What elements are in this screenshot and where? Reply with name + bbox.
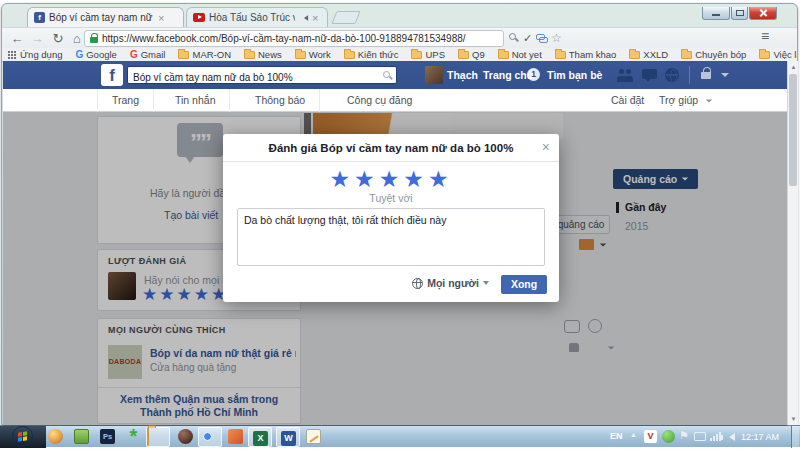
tray-green-icon[interactable] [662,430,675,443]
taskbar-notepad-icon[interactable] [306,429,321,444]
bookmark-folder[interactable]: UPS [411,49,445,60]
taskbar-browser-orange-icon[interactable] [48,429,63,444]
excel-icon: X [253,431,268,446]
network-computer-icon[interactable] [694,432,706,441]
facebook-page: f Thạch Trang chủ 1 Tìm bạn bè Tran [3,61,787,426]
privacy-selector[interactable]: Mọi người [412,277,489,289]
bookmark-folder[interactable]: News [244,49,282,60]
volume-icon[interactable] [729,433,735,441]
reload-button[interactable]: ↻ [49,29,67,48]
forward-button[interactable]: → [28,29,46,48]
bookmark-folder[interactable]: Q9 [458,49,485,60]
clock[interactable]: 12:17 AM [741,432,779,454]
bookmark-folder[interactable]: Work [295,49,331,60]
help-link[interactable]: Trợ giúp [659,89,698,112]
taskbar-word-button[interactable]: W [276,427,300,447]
search-icon [383,71,390,78]
taskbar-photo-viewer-icon[interactable] [74,429,89,444]
screenshot-root: f Bóp ví cầm tay nam nữ da × Hòa Tấu Sáo… [0,0,800,463]
apps-grid-icon [8,51,10,53]
home-link[interactable]: Trang chủ [483,69,533,81]
submit-review-button[interactable]: Xong [501,275,547,294]
bookmark-google[interactable]: GGoogle [75,49,116,60]
tab-audio-icon [299,14,307,22]
rating-caption: Tuyệt vời [223,192,559,204]
browser-tab-youtube[interactable]: Hòa Tấu Sáo Trúc và Đ × [186,7,328,27]
profile-name-link[interactable]: Thạch [447,69,478,81]
taskbar-dark-app-icon[interactable] [178,429,193,444]
scroll-up-icon[interactable]: ▲ [788,62,799,73]
hidden-icons-arrow[interactable]: ▲ [630,431,637,453]
folder-icon [295,51,306,59]
bookmark-folder[interactable]: Kiến thức [344,49,399,60]
notifications-globe-icon[interactable] [665,68,679,82]
bookmark-folder[interactable]: Việc làm seo [759,49,797,60]
star-rating-input[interactable]: ★★★★★ [223,166,559,193]
scroll-down-icon[interactable]: ▼ [788,414,799,425]
review-text-input[interactable]: Da bò chất lượng thật, tôi rất thích điề… [237,208,545,266]
profile-avatar[interactable] [425,66,443,84]
taskbar-chrome-button[interactable] [198,427,222,447]
browser-tab-facebook[interactable]: f Bóp ví cầm tay nam nữ da × [27,7,184,27]
friend-requests-icon[interactable] [617,69,634,82]
tab-cong-cu-dang[interactable]: Công cụ đăng [333,89,426,112]
search-input[interactable] [128,70,374,86]
privacy-shortcuts-icon[interactable] [701,72,711,79]
action-center-flag-icon[interactable]: ⚑ [679,429,689,451]
bookmark-folder[interactable]: MAR-ON [178,49,231,60]
tab-close-icon[interactable]: × [311,13,319,23]
taskbar-green-app-icon[interactable]: * [126,429,141,444]
bookmark-folder[interactable]: Not yet [498,49,542,60]
bookmark-folder[interactable]: Tham khao [555,49,617,60]
folder-icon [555,51,566,59]
start-button[interactable] [12,426,33,447]
account-menu-caret-icon[interactable] [721,73,729,77]
messages-icon[interactable] [642,69,657,82]
folder-icon [498,51,509,59]
youtube-favicon [193,13,205,22]
taskbar-office-orange-icon[interactable] [228,429,243,444]
window-close-button[interactable] [749,7,777,20]
back-button[interactable]: ← [8,29,26,48]
link-chain-icon[interactable] [536,33,548,43]
bookmark-folder[interactable]: Chuyên bóp [681,49,746,60]
zoom-search-icon[interactable] [509,33,516,40]
window-restore-button[interactable] [731,7,748,20]
taskbar-photoshop-icon[interactable]: Ps [100,429,115,444]
tab-close-icon[interactable]: × [157,13,165,23]
window-minimize-button[interactable] [702,7,730,20]
scrollbar-thumb[interactable] [789,74,797,186]
word-icon: W [281,431,296,446]
facebook-search-box[interactable] [127,66,397,84]
taskbar-excel-button[interactable]: X [248,427,272,447]
folder-icon [681,51,692,59]
facebook-logo[interactable]: f [101,64,123,86]
url-text: https://www.facebook.com/Bóp-ví-cầm-tay-… [102,33,466,44]
explorer-folder-icon [147,427,149,446]
tab-thong-bao[interactable]: Thông báo [241,89,320,112]
facebook-navbar: f Thạch Trang chủ 1 Tìm bạn bè [3,61,787,89]
find-friends-link[interactable]: Tìm bạn bè [547,69,602,81]
settings-link[interactable]: Cài đặt [611,89,644,112]
windows-flag-icon [18,431,27,441]
tab-tin-nhan[interactable]: Tin nhắn [161,89,230,112]
tab-trang[interactable]: Trang [97,89,154,112]
folder-icon [244,51,255,59]
bookmark-star-icon[interactable]: ☆ [551,32,562,45]
bookmark-folder[interactable]: XXLD [629,49,668,60]
spellcheck-check-icon[interactable]: ✓ [523,32,532,45]
help-caret-icon [706,99,712,102]
privacy-caret-icon [483,281,489,285]
address-bar[interactable]: https://www.facebook.com/Bóp-ví-cầm-tay-… [84,30,504,47]
menu-hamburger-icon[interactable]: ≡ [761,30,769,43]
tab-title: Hòa Tấu Sáo Trúc và Đ [209,12,295,23]
taskbar-explorer-button[interactable] [146,427,170,447]
bookmark-gmail[interactable]: GGmail [130,49,166,60]
language-indicator[interactable]: EN [610,431,623,453]
tray-antivirus-icon[interactable]: V [644,430,657,443]
bookmark-apps[interactable]: Ứng dụng [8,49,62,60]
page-scrollbar[interactable]: ▲ ▼ [787,61,798,426]
dialog-close-icon[interactable]: × [542,140,550,154]
new-tab-button[interactable] [331,11,360,24]
show-desktop-button[interactable] [791,426,799,448]
